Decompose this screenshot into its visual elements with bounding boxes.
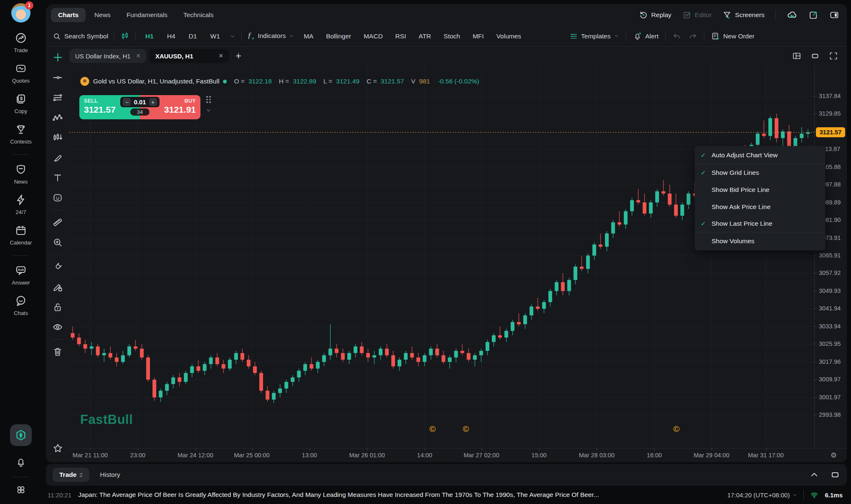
main-area: Charts News Fundamentals Technicals Repl… (42, 0, 851, 504)
drawing-lock-tool-icon[interactable] (52, 282, 63, 292)
zoom-in-tool-icon[interactable] (52, 237, 63, 248)
timeframe-w1[interactable]: W1 (207, 30, 224, 42)
indicator-chip-macd[interactable]: MACD (360, 30, 386, 42)
tab-charts[interactable]: Charts (51, 8, 86, 22)
qty-plus-button[interactable]: + (149, 98, 157, 106)
close-tab-icon[interactable]: × (219, 52, 223, 60)
user-avatar[interactable]: 1 (11, 3, 30, 23)
news-ticker[interactable]: Japan: The Average Price Of Beer Is Grea… (78, 491, 720, 499)
indicator-chip-atr[interactable]: ATR (415, 30, 434, 42)
expand-window-icon[interactable] (830, 470, 840, 480)
chart-layout-controls (792, 51, 838, 61)
pattern-tool-icon[interactable] (52, 112, 63, 123)
parallel-lines-tool-icon[interactable] (52, 92, 63, 103)
indicator-chip-rsi[interactable]: RSI (392, 30, 410, 42)
sidebar-item-chats[interactable]: Chats (14, 295, 28, 316)
cloud-sync-icon[interactable] (787, 10, 798, 20)
close-tab-icon[interactable]: × (137, 52, 140, 60)
sidebar-item-answer[interactable]: Ask Answer (12, 264, 30, 286)
chevron-down-icon[interactable] (205, 107, 212, 113)
menu-item-auto-adjust[interactable]: ✓Auto Adjust Chart View (695, 147, 825, 164)
templates-button[interactable]: Templates (570, 32, 620, 40)
menu-item-show-volumes[interactable]: ✓Show Volumes (695, 232, 825, 249)
indicator-chip-bollinger[interactable]: Bollinger (323, 30, 355, 42)
search-symbol[interactable]: Search Symbol (53, 32, 108, 40)
check-icon: ✓ (701, 151, 712, 159)
menu-item-show-ask-price-line[interactable]: ✓Show Ask Price Line (695, 198, 825, 215)
change-value: -0.56 (-0.02%) (438, 78, 479, 85)
redo-icon[interactable] (688, 32, 697, 41)
undo-icon[interactable] (672, 32, 681, 41)
price-axis-label: 3009.97 (819, 376, 841, 383)
panel-toggle-icon[interactable] (829, 10, 839, 20)
timeframe-h1[interactable]: H1 (142, 30, 157, 42)
widget-handle[interactable] (205, 96, 212, 113)
time-axis-label: Mar 31 17:00 (748, 452, 783, 459)
sidebar-item-news[interactable]: News (14, 163, 28, 185)
sidebar-item-copy[interactable]: $ Copy (15, 93, 27, 114)
add-chart-tab-button[interactable]: + (236, 50, 241, 62)
drag-handle-icon[interactable] (206, 96, 211, 103)
qty-minus-button[interactable]: − (123, 98, 131, 106)
new-order-button[interactable]: New Order (711, 32, 755, 40)
text-tool-icon[interactable] (52, 172, 63, 183)
sidebar-item-contests[interactable]: Contests (10, 123, 31, 145)
alert-button[interactable]: Alert (633, 32, 659, 40)
server-clock[interactable]: 17:04:20 (UTC+08:00) (727, 491, 798, 499)
tab-technicals[interactable]: Technicals (176, 8, 220, 22)
forecast-tool-icon[interactable] (52, 132, 63, 143)
timeframe-h4[interactable]: H4 (163, 30, 179, 42)
sidebar-item-247[interactable]: 24/7 (15, 194, 27, 215)
hide-drawings-eye-icon[interactable] (52, 322, 63, 333)
collapse-chevron-up-icon[interactable] (809, 470, 819, 480)
sidebar-item-quotes[interactable]: Quotes (12, 62, 30, 84)
sticker-tool-icon[interactable] (52, 192, 63, 203)
symbol-legend: Gold vs US Dollar, H1, Unadjusted, FastB… (80, 77, 479, 86)
tab-trade[interactable]: Trade 2 (53, 468, 89, 482)
menu-item-show-last-price-line[interactable]: ✓Show Last Price Line (695, 215, 825, 232)
open-value: 3122.18 (248, 78, 272, 85)
divider (135, 31, 136, 41)
timeframe-d1[interactable]: D1 (185, 30, 201, 42)
minimize-window-icon[interactable] (810, 51, 820, 61)
favorites-star-icon[interactable] (52, 443, 63, 454)
tab-fundamentals[interactable]: Fundamentals (119, 8, 175, 22)
chart-tab-xauusd[interactable]: XAUUSD, H1 × (149, 49, 229, 63)
indicator-chip-ma[interactable]: MA (300, 30, 317, 42)
candlestick-style-icon[interactable] (120, 32, 129, 41)
price-chart[interactable]: Gold vs US Dollar, H1, Unadjusted, FastB… (69, 65, 814, 448)
menu-item-show-grid-lines[interactable]: ✓Show Grid Lines (695, 164, 825, 181)
tab-news[interactable]: News (87, 8, 118, 22)
sidebar-item-trade[interactable]: Trade (14, 32, 28, 53)
crosshair-tool-icon[interactable] (52, 52, 63, 63)
indicator-chip-mfi[interactable]: MFI (469, 30, 487, 42)
notifications-bell-icon[interactable] (15, 456, 27, 468)
divider (114, 31, 114, 41)
indicator-chip-stoch[interactable]: Stoch (440, 30, 463, 42)
menu-item-show-bid-price-line[interactable]: ✓Show Bid Price Line (695, 181, 825, 198)
lock-tool-icon[interactable] (52, 302, 63, 312)
brush-tool-icon[interactable] (52, 152, 63, 163)
replay-button[interactable]: Replay (639, 10, 671, 20)
chart-tab-usdindex[interactable]: US Dollar Index, H1 × (69, 49, 146, 63)
magnet-tool-icon[interactable] (52, 262, 63, 272)
editor-button[interactable]: Editor (682, 10, 712, 20)
time-axis[interactable]: Mar 21 11:0023:00Mar 24 12:00Mar 25 00:0… (69, 448, 847, 462)
tab-history[interactable]: History (100, 471, 120, 479)
fullscreen-icon[interactable] (828, 51, 838, 61)
sidebar-item-calendar[interactable]: Calendar (10, 224, 32, 246)
last-price-badge: 3121.57 (816, 127, 845, 137)
trendline-tool-icon[interactable] (52, 72, 63, 83)
price-axis[interactable]: 3121.57 3137.843129.853121.863113.873105… (814, 65, 847, 448)
layout-grid-icon[interactable] (792, 51, 802, 61)
ruler-tool-icon[interactable] (52, 217, 63, 228)
indicator-chip-volumes[interactable]: Volumes (493, 30, 524, 42)
external-link-icon[interactable] (808, 10, 818, 20)
chevron-down-icon[interactable] (230, 33, 236, 39)
screeners-button[interactable]: Screeners (722, 10, 765, 20)
indicators-button[interactable]: ƒ+ Indicators (248, 31, 295, 42)
apps-grid-icon[interactable] (15, 484, 27, 496)
delete-drawings-trash-icon[interactable] (52, 346, 63, 357)
axis-settings-gear-icon[interactable]: ⚙ (831, 451, 837, 460)
sidebar-item-terminal-active[interactable] (10, 424, 32, 446)
